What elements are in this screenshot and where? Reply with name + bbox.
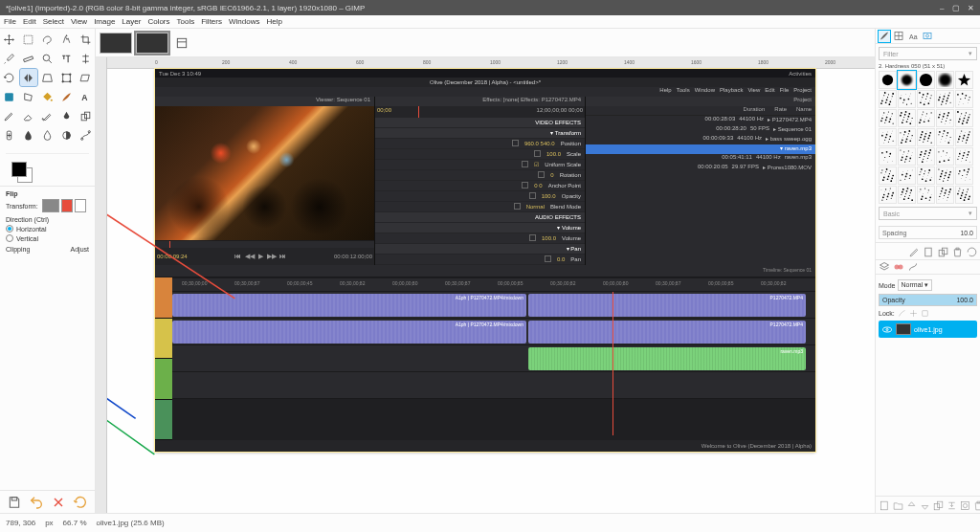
olive-fx-row[interactable]: 960.0 540.0Position xyxy=(375,139,585,149)
tool-align[interactable] xyxy=(78,50,95,67)
olive-skip-end-icon[interactable]: ⏭ xyxy=(279,253,286,259)
olive-timeline-ruler[interactable]: 00;30,00;0087;30,00;0045;00,00;0082;30,0… xyxy=(172,278,815,292)
brush-swatch[interactable] xyxy=(936,128,954,146)
olive-fx-volume-header[interactable]: ▾ Volume xyxy=(375,223,585,233)
olive-fx-row[interactable]: 100.0Scale xyxy=(375,149,585,160)
tool-bucket-fill[interactable] xyxy=(39,88,56,105)
lock-alpha-icon[interactable] xyxy=(921,309,929,318)
transform-target-layer-button[interactable] xyxy=(42,199,59,212)
patterns-tab-icon[interactable] xyxy=(893,31,904,42)
olive-track-a1[interactable]: A1ph | P1270472.MP4/mixdown P1270472.MP4 xyxy=(172,319,815,345)
fonts-tab-icon[interactable]: Aa xyxy=(907,31,919,42)
olive-menu-item[interactable]: File xyxy=(780,87,790,96)
tool-clone[interactable] xyxy=(78,107,95,124)
brush-swatch[interactable] xyxy=(936,186,954,204)
olive-clip[interactable]: raven.mp3 xyxy=(528,347,806,370)
brush-swatch[interactable] xyxy=(936,147,954,166)
brush-swatch[interactable] xyxy=(955,71,973,89)
layer-item[interactable]: olive1.jpg xyxy=(879,321,977,338)
brush-swatch[interactable] xyxy=(955,166,973,185)
delete-icon[interactable] xyxy=(51,495,66,510)
transform-target-path-button[interactable] xyxy=(75,199,86,212)
history-tab-icon[interactable] xyxy=(922,31,933,42)
tool-perspective[interactable] xyxy=(39,69,56,86)
edit-brush-icon[interactable] xyxy=(908,246,920,257)
olive-menu-item[interactable]: Tools xyxy=(677,87,690,96)
olive-menu-item[interactable]: Edit xyxy=(765,87,774,96)
olive-clip[interactable]: A1ph | P1270472.MP4/mixdown xyxy=(172,294,526,317)
olive-viewer-scrub[interactable] xyxy=(155,240,374,248)
delete-brush-icon[interactable] xyxy=(951,246,963,257)
olive-project-row[interactable]: ▾ raven.mp3 xyxy=(586,144,815,154)
brush-swatch[interactable] xyxy=(898,186,916,204)
tool-airbrush[interactable] xyxy=(39,107,56,124)
duplicate-layer-icon[interactable] xyxy=(932,499,943,510)
olive-project-row[interactable]: 00:05:41:1144100 Hz raven.mp3 xyxy=(586,154,815,164)
new-layer-icon[interactable] xyxy=(879,499,889,510)
duplicate-brush-icon[interactable] xyxy=(937,246,948,257)
olive-skip-start-icon[interactable]: ⏮ xyxy=(234,253,241,259)
olive-track-v1[interactable]: A1ph | P1270472.MP4/mixdown P1270472.MP4 xyxy=(172,292,815,319)
menu-select[interactable]: Select xyxy=(43,17,64,26)
brush-swatch[interactable] xyxy=(917,166,935,185)
menu-view[interactable]: View xyxy=(71,17,87,26)
olive-project-row[interactable]: 00:00:09:3344100 Hz▸ bass sweep.ogg xyxy=(586,135,815,144)
olive-clip[interactable]: P1270472.MP4 xyxy=(528,294,806,317)
olive-timeline[interactable]: 00;30,00;0087;30,00;0045;00,00;0082;30,0… xyxy=(155,277,815,440)
tool-eraser[interactable] xyxy=(20,107,37,124)
menu-file[interactable]: File xyxy=(4,17,16,26)
menu-windows[interactable]: Windows xyxy=(229,17,259,26)
tool-paintbrush[interactable] xyxy=(58,88,76,105)
olive-fx-row[interactable]: 0Rotation xyxy=(375,170,585,181)
undo-icon[interactable] xyxy=(29,495,44,510)
olive-effects-scrub[interactable]: 00;00 12;00,00;00 00;00 xyxy=(375,106,585,118)
brush-swatch[interactable] xyxy=(898,147,916,166)
lock-position-icon[interactable] xyxy=(909,309,918,318)
brush-type-dropdown[interactable]: Basic▾ xyxy=(879,207,977,220)
tool-path[interactable] xyxy=(78,126,95,144)
channels-tab-icon[interactable] xyxy=(893,261,904,273)
tool-move[interactable] xyxy=(1,31,18,48)
brush-swatch[interactable] xyxy=(879,109,897,127)
olive-clip[interactable]: A1ph | P1270472.MP4/mixdown xyxy=(172,321,526,344)
menu-edit[interactable]: Edit xyxy=(23,17,36,26)
image-tab-2[interactable] xyxy=(136,33,168,54)
transform-target-selection-button[interactable] xyxy=(61,199,73,212)
lock-paint-icon[interactable] xyxy=(898,309,906,318)
col-duration[interactable]: Duration xyxy=(744,106,766,115)
lower-layer-icon[interactable] xyxy=(919,499,929,510)
olive-fx-row[interactable]: 0 0Anchor Point xyxy=(375,181,585,191)
brush-swatch[interactable] xyxy=(917,186,935,204)
merge-down-icon[interactable] xyxy=(946,499,956,510)
canvas-area[interactable]: 0 200 400 600 800 1000 1200 1400 1600 18… xyxy=(107,57,875,513)
filter-dropdown[interactable]: Filter▾ xyxy=(879,47,977,60)
olive-project-row[interactable]: 00:00:28:2050 FPS▸ Sequence 01 xyxy=(586,125,815,135)
menu-help[interactable]: Help xyxy=(266,17,281,26)
brush-swatch[interactable] xyxy=(898,71,916,89)
window-close-button[interactable]: ✕ xyxy=(968,4,974,12)
radio-horizontal[interactable] xyxy=(6,225,13,233)
brush-swatch[interactable] xyxy=(917,90,935,108)
tool-blur[interactable] xyxy=(39,126,56,144)
tool-ink[interactable] xyxy=(58,107,76,124)
brush-swatch[interactable] xyxy=(917,71,935,89)
menu-filters[interactable]: Filters xyxy=(201,17,222,26)
olive-track-a2[interactable]: raven.mp3 xyxy=(172,345,815,372)
menu-colors[interactable]: Colors xyxy=(147,17,169,26)
menu-tools[interactable]: Tools xyxy=(177,17,195,26)
save-options-icon[interactable] xyxy=(7,495,22,510)
brush-swatch[interactable] xyxy=(879,90,897,108)
brush-swatch[interactable] xyxy=(936,166,954,185)
tool-rect-select[interactable] xyxy=(20,31,37,48)
tool-flip[interactable] xyxy=(20,69,37,86)
menu-image[interactable]: Image xyxy=(94,17,115,26)
mode-dropdown[interactable]: Normal ▾ xyxy=(898,279,933,291)
brush-swatch[interactable] xyxy=(936,90,954,108)
fg-bg-colors[interactable] xyxy=(6,153,89,182)
new-brush-icon[interactable] xyxy=(923,246,934,257)
mask-icon[interactable] xyxy=(959,499,969,510)
brush-swatch[interactable] xyxy=(917,147,935,166)
tool-smudge[interactable] xyxy=(20,126,37,144)
tool-rotate[interactable] xyxy=(1,69,18,86)
window-maximize-button[interactable]: ▢ xyxy=(952,4,960,12)
